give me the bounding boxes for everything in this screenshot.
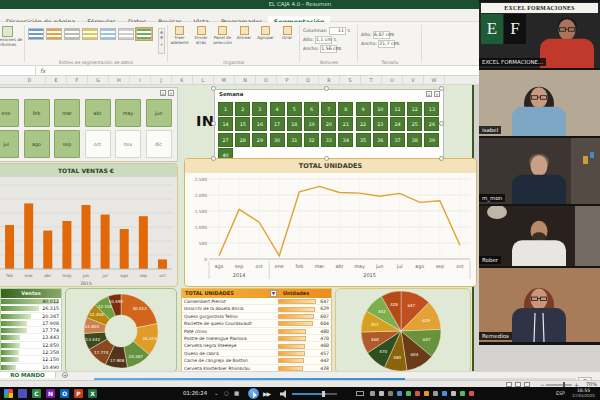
video-feed-5[interactable]: Remedios — [479, 268, 600, 342]
column-header-K[interactable]: K — [172, 76, 193, 85]
organize-panel-de-selección[interactable]: Panel de selección — [212, 26, 233, 45]
column-header-J[interactable]: J — [151, 76, 172, 85]
column-header-T[interactable]: T — [361, 76, 382, 85]
column-header-G[interactable]: G — [88, 76, 109, 85]
ventas-donut-chart[interactable]: 40.01226.31520.38717.90817.77413.44312.8… — [65, 288, 177, 371]
slicer-style-swatch[interactable] — [46, 28, 62, 40]
slicer-style-swatch[interactable] — [136, 28, 152, 40]
speaker-icon[interactable] — [280, 390, 289, 398]
gallery-scroll-arrows[interactable]: ▲▼▾ — [158, 28, 165, 54]
column-header-V[interactable]: V — [403, 76, 424, 85]
zoom-slider-track[interactable] — [546, 384, 572, 386]
month-slicer[interactable]: ≣ ✕ enefebmarabrmayjunjulagosepoctnovdic — [0, 87, 178, 162]
week-cell-15[interactable]: 15 — [235, 117, 250, 131]
fast-forward-button[interactable]: ▶▶ — [263, 387, 270, 400]
week-cell-28[interactable]: 28 — [235, 133, 250, 147]
spinner-alto[interactable]: Alto: 6,07 cm ⇅ — [361, 30, 415, 39]
table-row[interactable]: Gnocchi de la abuela Alicia629 — [182, 305, 331, 312]
tray-icon[interactable] — [433, 391, 438, 396]
tray-icon[interactable] — [370, 391, 375, 396]
week-cell-11[interactable]: 11 — [390, 102, 405, 116]
week-cell-14[interactable]: 14 — [218, 117, 233, 131]
column-header-N[interactable]: N — [235, 76, 256, 85]
month-button-sep[interactable]: sep — [54, 130, 80, 158]
organize-agrupar[interactable]: Agrupar — [255, 26, 276, 41]
week-cell-39[interactable]: 39 — [424, 133, 439, 147]
video-feed-3[interactable]: m_mon — [479, 138, 600, 204]
spinner-alto[interactable]: Alto: 1,1 cm ⇅ — [303, 35, 357, 44]
column-header-F[interactable]: F — [67, 76, 88, 85]
week-cell-35[interactable]: 35 — [356, 133, 371, 147]
table-row[interactable]: Carne de cangrejo de Boston442 — [182, 357, 331, 364]
name-box[interactable] — [0, 66, 36, 75]
video-feed-1[interactable]: EXCEL FORMACIONESEFEXCEL FORMACIONE... — [479, 2, 600, 68]
column-header-M[interactable]: M — [214, 76, 235, 85]
slicer-multiselect-icon[interactable]: ≣ — [160, 90, 166, 96]
week-cell-16[interactable]: 16 — [252, 117, 267, 131]
spinner-ancho[interactable]: Ancho: 21,7 cm ⇅ — [361, 39, 415, 48]
column-header-Q[interactable]: Q — [298, 76, 319, 85]
organize-enviar-atrás[interactable]: Enviar atrás — [191, 26, 212, 45]
ventas-value-list[interactable]: Ventas 40.01226.31520.38717.90817.77413.… — [0, 288, 62, 371]
column-header-I[interactable]: I — [130, 76, 151, 85]
table-row[interactable]: Queso de cabra457 — [182, 350, 331, 357]
month-button-mar[interactable]: mar — [54, 99, 80, 127]
week-cell-33[interactable]: 33 — [321, 133, 336, 147]
table-row[interactable]: Queso gorgonzola Telino607 — [182, 313, 331, 320]
week-cell-12[interactable]: 12 — [407, 102, 422, 116]
table-row[interactable]: Cerveza negra Steeleye460 — [182, 342, 331, 349]
week-cell-20[interactable]: 20 — [321, 117, 336, 131]
excel-icon[interactable]: X — [88, 389, 97, 398]
month-button-oct[interactable]: oct — [85, 130, 111, 158]
tray-icon[interactable] — [442, 391, 447, 396]
slicer-clear-filter-icon[interactable]: ✕ — [434, 91, 440, 97]
chrome-app-icon[interactable]: C — [32, 389, 41, 398]
column-header-O[interactable]: O — [256, 76, 277, 85]
column-header-P[interactable]: P — [277, 76, 298, 85]
week-cell-4[interactable]: 4 — [270, 102, 285, 116]
unidades-table[interactable]: TOTAL UNIDADES ▼ Unidades Camembert Pier… — [181, 288, 332, 371]
month-button-jun[interactable]: jun — [146, 99, 172, 127]
video-feed-4[interactable]: Rober — [479, 206, 600, 266]
month-button-ene[interactable]: ene — [0, 99, 19, 127]
language-indicator[interactable]: ESP — [556, 387, 565, 400]
week-slicer[interactable]: Semana ≣ ✕ 12345678910111213141516171819… — [214, 89, 444, 161]
selection-handle[interactable] — [439, 156, 444, 161]
spinner-value[interactable]: 11 — [329, 27, 346, 35]
month-button-jul[interactable]: jul — [0, 130, 19, 158]
powerpoint-icon[interactable]: P — [74, 389, 83, 398]
tray-icon[interactable] — [415, 391, 420, 396]
taskbar-clock[interactable]: 16:55 27/04/2020 — [569, 388, 598, 398]
slicer-style-swatch[interactable] — [118, 28, 134, 40]
selection-handle[interactable] — [324, 156, 329, 161]
week-cell-26[interactable]: 26 — [424, 117, 439, 131]
week-cell-38[interactable]: 38 — [407, 133, 422, 147]
tray-icon[interactable] — [388, 391, 393, 396]
column-header-S[interactable]: S — [340, 76, 361, 85]
column-header-R[interactable]: R — [319, 76, 340, 85]
week-cell-23[interactable]: 23 — [373, 117, 388, 131]
spinner-value[interactable]: 1,1 cm — [315, 36, 332, 44]
onenote-icon[interactable]: N — [46, 389, 55, 398]
keyboard-icon[interactable] — [356, 391, 364, 396]
tray-icon[interactable] — [406, 391, 411, 396]
slicer-style-gallery[interactable]: ▲▼▾ Estilos de segmentación de datos — [26, 22, 166, 66]
week-cell-17[interactable]: 17 — [270, 117, 285, 131]
week-cell-21[interactable]: 21 — [338, 117, 353, 131]
week-cell-34[interactable]: 34 — [338, 133, 353, 147]
week-cell-7[interactable]: 7 — [321, 102, 336, 116]
column-header-E[interactable]: E — [46, 76, 67, 85]
spinner-ancho[interactable]: Ancho: 1,56 cm ⇅ — [303, 44, 357, 53]
tray-icon[interactable] — [397, 391, 402, 396]
filter-icon[interactable]: ▼ — [270, 290, 277, 297]
month-button-abr[interactable]: abr — [85, 99, 111, 127]
selection-handle[interactable] — [439, 86, 444, 91]
slicer-clear-filter-icon[interactable]: ✕ — [168, 90, 174, 96]
sheet-tab[interactable]: RO MANDO — [0, 372, 56, 378]
teams-icon[interactable] — [18, 389, 27, 398]
week-cell-3[interactable]: 3 — [252, 102, 267, 116]
week-cell-2[interactable]: 2 — [235, 102, 250, 116]
video-feed-2[interactable]: isabel — [479, 70, 600, 136]
record-icon[interactable]: ○ — [224, 387, 229, 400]
spinner-value[interactable]: 1,56 cm — [320, 45, 337, 53]
